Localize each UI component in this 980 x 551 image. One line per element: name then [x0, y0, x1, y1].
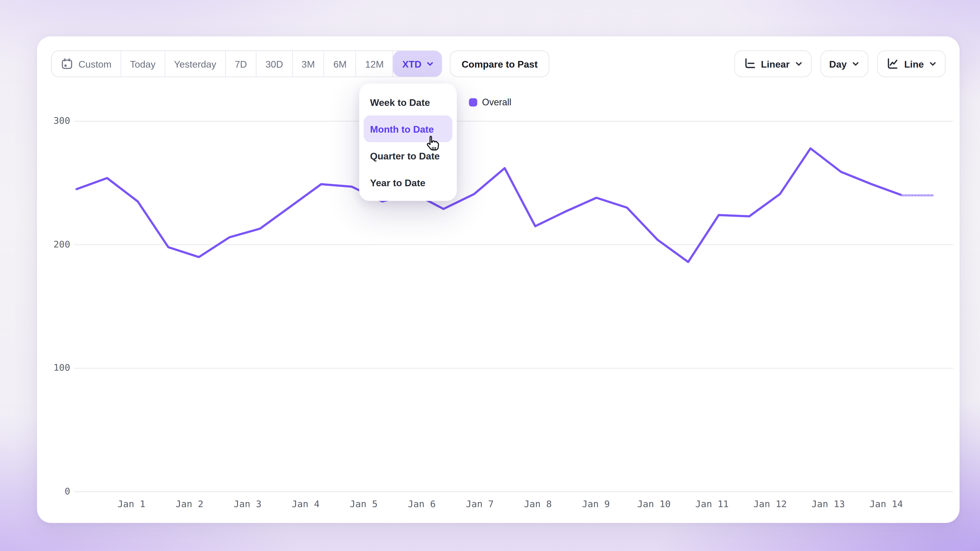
- range-button-label: 6M: [333, 59, 347, 69]
- chevron-down-icon: [929, 60, 937, 68]
- range-button-yesterday[interactable]: Yesterday: [165, 51, 226, 76]
- x-axis-label-jan-6: Jan 6: [396, 499, 447, 509]
- range-button-30d[interactable]: 30D: [256, 51, 293, 76]
- range-button-custom[interactable]: Custom: [52, 51, 121, 76]
- calendar-icon: [61, 57, 73, 70]
- chart-type-dropdown-button[interactable]: Line: [877, 51, 945, 77]
- y-axis-label-200: 200: [41, 239, 70, 249]
- scale-dropdown-button[interactable]: Linear: [734, 51, 811, 77]
- x-axis-label-jan-9: Jan 9: [570, 499, 621, 509]
- chart-type-dropdown-label: Line: [904, 59, 924, 69]
- range-button-label: XTD: [402, 59, 422, 69]
- range-button-label: 7D: [235, 59, 247, 69]
- range-button-label: Yesterday: [174, 59, 216, 69]
- chevron-down-icon: [852, 60, 859, 68]
- page-background: CustomTodayYesterday7D30D3M6M12MXTD Comp…: [0, 0, 980, 551]
- chevron-down-icon: [426, 60, 434, 68]
- legend-swatch-overall: [469, 98, 477, 106]
- x-axis-label-jan-10: Jan 10: [628, 499, 679, 509]
- x-axis-label-jan-7: Jan 7: [454, 499, 505, 509]
- menu-item-year-to-date[interactable]: Year to Date: [364, 169, 452, 196]
- y-axis-label-300: 300: [41, 116, 70, 126]
- menu-item-week-to-date[interactable]: Week to Date: [364, 89, 452, 116]
- range-button-label: 3M: [302, 59, 315, 69]
- cursor-pointer-icon: [424, 135, 440, 153]
- x-axis-label-jan-13: Jan 13: [803, 499, 854, 509]
- range-button-7d[interactable]: 7D: [226, 51, 256, 76]
- scale-dropdown-label: Linear: [761, 59, 790, 69]
- interval-dropdown-label: Day: [829, 59, 847, 69]
- date-range-group: CustomTodayYesterday7D30D3M6M12MXTD: [51, 51, 442, 77]
- analytics-card: CustomTodayYesterday7D30D3M6M12MXTD Comp…: [37, 37, 959, 523]
- range-button-12m[interactable]: 12M: [356, 51, 393, 76]
- range-button-today[interactable]: Today: [121, 51, 165, 76]
- interval-dropdown-button[interactable]: Day: [820, 51, 869, 77]
- legend-label-overall: Overall: [482, 97, 511, 107]
- toolbar-right: Linear Day Line: [734, 51, 945, 77]
- x-axis-label-jan-2: Jan 2: [164, 499, 215, 509]
- x-axis-label-jan-11: Jan 11: [687, 499, 738, 509]
- range-button-label: Custom: [79, 59, 111, 69]
- compare-to-past-button[interactable]: Compare to Past: [450, 51, 549, 77]
- chart-legend: Overall: [0, 97, 980, 107]
- x-axis-label-jan-4: Jan 4: [280, 499, 331, 509]
- x-axis-label-jan-5: Jan 5: [338, 499, 389, 509]
- y-axis-label-100: 100: [41, 362, 70, 372]
- range-button-6m[interactable]: 6M: [325, 51, 356, 76]
- x-axis-label-jan-1: Jan 1: [106, 499, 157, 509]
- range-button-label: Today: [130, 59, 156, 69]
- range-button-3m[interactable]: 3M: [293, 51, 325, 76]
- chevron-down-icon: [795, 60, 802, 68]
- y-axis-label-0: 0: [41, 486, 70, 496]
- x-axis-label-jan-12: Jan 12: [745, 499, 796, 509]
- x-axis-label-jan-8: Jan 8: [512, 499, 563, 509]
- xtd-dropdown-menu: Week to DateMonth to DateQuarter to Date…: [360, 84, 457, 201]
- range-button-label: 30D: [266, 59, 283, 69]
- toolbar: CustomTodayYesterday7D30D3M6M12MXTD Comp…: [51, 51, 945, 77]
- linear-scale-icon: [743, 57, 756, 70]
- x-axis-label-jan-14: Jan 14: [861, 499, 912, 509]
- x-axis-label-jan-3: Jan 3: [222, 499, 273, 509]
- line-chart-icon: [886, 57, 899, 70]
- range-button-label: 12M: [365, 59, 384, 69]
- range-button-xtd[interactable]: XTD: [393, 51, 442, 76]
